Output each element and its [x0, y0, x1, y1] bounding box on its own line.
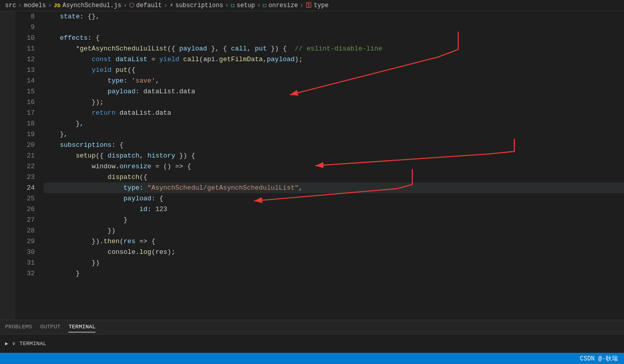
- code-line-21: setup({ dispatch, history }) {: [44, 150, 624, 161]
- line-numbers: 8 9 10 11 12 13 14 15 16 17 18 19 20 21 …: [15, 11, 40, 320]
- code-line-26: id: 123: [44, 204, 624, 215]
- breadcrumb-key-icon: ⚿: [306, 2, 312, 9]
- code-line-11: *getAsynchSchedululList({ payload }, { c…: [44, 43, 624, 54]
- chevron-down-icon: ∨: [12, 341, 15, 347]
- breadcrumb-js-icon: JS: [54, 3, 60, 9]
- code-line-9: [44, 22, 624, 33]
- code-line-8: state: {},: [44, 11, 624, 22]
- code-line-19: },: [44, 129, 624, 140]
- ln-17: 17: [15, 108, 35, 118]
- code-line-18: },: [44, 118, 624, 129]
- status-bar: CSDN @-耿瑞: [0, 353, 624, 364]
- breadcrumb: src › models › JS AsynchSchedul.js › ⬡ d…: [0, 0, 624, 11]
- ln-27: 27: [15, 215, 35, 225]
- breadcrumb-src[interactable]: src: [5, 2, 16, 9]
- code-line-25: payload: {: [44, 193, 624, 204]
- ln-19: 19: [15, 129, 35, 140]
- ln-25: 25: [15, 193, 35, 204]
- ln-32: 32: [15, 268, 35, 279]
- code-line-22: window.onresize = () => {: [44, 161, 624, 172]
- breadcrumb-filename[interactable]: AsynchSchedul.js: [62, 2, 121, 9]
- ln-14: 14: [15, 75, 35, 86]
- ln-28: 28: [15, 225, 35, 236]
- ln-31: 31: [15, 257, 35, 268]
- breadcrumb-ns-icon2: ◻: [263, 2, 266, 9]
- bottom-panel: PROBLEMS OUTPUT TERMINAL ▶ ∨ TERMINAL: [0, 320, 624, 353]
- breadcrumb-default[interactable]: default: [136, 2, 162, 9]
- code-line-32: }: [44, 268, 624, 279]
- tab-terminal[interactable]: TERMINAL: [68, 322, 95, 332]
- ln-16: 16: [15, 97, 35, 108]
- status-text: CSDN @-耿瑞: [580, 354, 618, 363]
- code-line-29: }).then(res => {: [44, 236, 624, 247]
- ln-18: 18: [15, 118, 35, 129]
- breadcrumb-models[interactable]: models: [24, 2, 46, 9]
- panel-content: ▶ ∨ TERMINAL: [0, 334, 624, 353]
- breadcrumb-type[interactable]: type: [314, 2, 329, 9]
- terminal-label: TERMINAL: [19, 341, 46, 347]
- code-line-14: type: 'save',: [44, 75, 624, 86]
- code-line-20: subscriptions: {: [44, 140, 624, 150]
- ln-11: 11: [15, 43, 35, 54]
- ln-23: 23: [15, 172, 35, 183]
- code-line-28: }): [44, 225, 624, 236]
- ln-21: 21: [15, 150, 35, 161]
- code-line-30: console.log(res);: [44, 247, 624, 257]
- code-line-17: return dataList.data: [44, 108, 624, 118]
- breadcrumb-setup[interactable]: setup: [237, 2, 255, 9]
- breadcrumb-default-icon: ⬡: [129, 2, 134, 9]
- breadcrumb-subscriptions[interactable]: subscriptions: [176, 2, 223, 9]
- tab-problems[interactable]: PROBLEMS: [5, 322, 32, 332]
- breadcrumb-onresize[interactable]: onresize: [268, 2, 298, 9]
- ln-30: 30: [15, 247, 35, 257]
- chevron-right-icon: ▶: [5, 341, 8, 347]
- ln-24: 24: [15, 183, 35, 193]
- ln-12: 12: [15, 54, 35, 65]
- code-line-10: effects: {: [44, 33, 624, 43]
- ln-15: 15: [15, 86, 35, 97]
- breadcrumb-func-icon1: ⚡: [169, 2, 173, 9]
- breadcrumb-ns-icon1: ◻: [231, 2, 235, 9]
- code-line-23: dispatch({: [44, 172, 624, 183]
- ln-22: 22: [15, 161, 35, 172]
- ln-26: 26: [15, 204, 35, 215]
- code-line-16: });: [44, 97, 624, 108]
- ln-9: 9: [15, 22, 35, 33]
- ln-20: 20: [15, 140, 35, 150]
- ln-8: 8: [15, 11, 35, 22]
- editor-area: 8 9 10 11 12 13 14 15 16 17 18 19 20 21 …: [0, 11, 624, 320]
- code-line-13: yield put({: [44, 65, 624, 75]
- code-line-12: const dataList = yield call(api.getFilmD…: [44, 54, 624, 65]
- ln-10: 10: [15, 33, 35, 43]
- left-sidebar: [0, 11, 15, 320]
- tab-output[interactable]: OUTPUT: [40, 322, 61, 332]
- code-line-15: payload: dataList.data: [44, 86, 624, 97]
- panel-tabs: PROBLEMS OUTPUT TERMINAL: [0, 320, 624, 334]
- ln-13: 13: [15, 65, 35, 75]
- ln-29: 29: [15, 236, 35, 247]
- code-line-31: }): [44, 257, 624, 268]
- code-line-24: type: "AsynchSchedul/getAsynchSchedululL…: [44, 183, 624, 193]
- code-line-27: }: [44, 215, 624, 225]
- code-content[interactable]: state: {}, effects: { *getAsynchSchedulu…: [40, 11, 624, 320]
